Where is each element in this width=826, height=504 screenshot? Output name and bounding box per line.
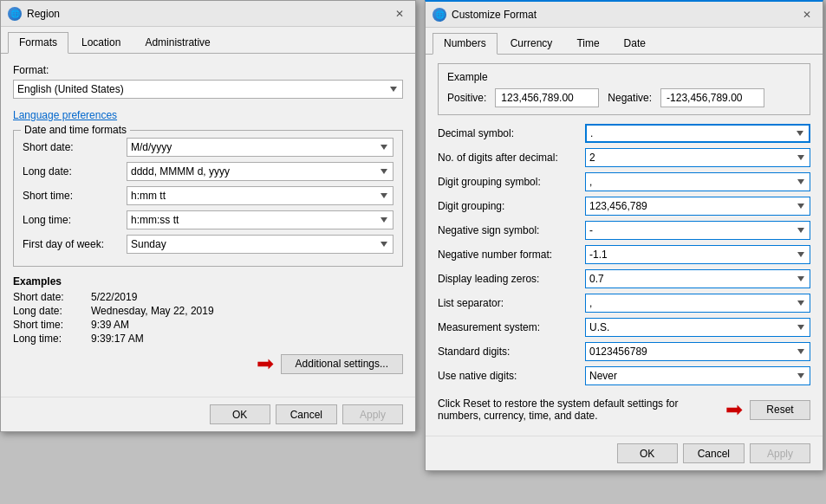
titlebar-left: 🌐 Region [8,7,60,21]
reset-section: Click Reset to restore the system defaul… [438,391,810,427]
region-title-icon: 🌐 [8,7,22,21]
example-short-date-label: Short date: [13,291,91,303]
example-short-time-label: Short time: [13,319,91,331]
customize-title: Customize Format [452,9,537,21]
setting-select-1[interactable]: 2 [585,148,810,167]
tab-administrative[interactable]: Administrative [133,32,221,53]
customize-titlebar-left: 🌐 Customize Format [433,8,537,22]
short-date-label: Short date: [23,141,127,153]
region-tabs-bar: Formats Location Administrative [1,27,415,54]
format-field-group: Format: English (United States) [13,64,403,99]
reset-arrow-icon: ➡ [725,397,743,422]
example-long-time: Long time: 9:39:17 AM [13,333,403,345]
short-date-row: Short date: M/d/yyyy [23,138,393,157]
customize-content: Example Positive: 123,456,789.00 Negativ… [426,55,823,436]
example-long-date-label: Long date: [13,305,91,317]
short-date-select[interactable]: M/d/yyyy [127,138,393,157]
format-label: Format: [13,64,403,76]
region-titlebar: 🌐 Region ✕ [1,1,415,27]
additional-settings-button[interactable]: Additional settings... [281,354,403,374]
tab-numbers[interactable]: Numbers [433,33,498,55]
setting-label-5: Negative number format: [438,249,585,261]
customize-close-button[interactable]: ✕ [798,6,816,23]
long-date-label: Long date: [23,165,127,178]
setting-row-3: Digit grouping:123,456,789 [438,197,810,216]
datetime-group-title: Date and time formats [21,124,130,136]
region-ok-button[interactable]: OK [210,404,270,424]
setting-label-1: No. of digits after decimal: [438,152,585,164]
reset-description: Click Reset to restore the system defaul… [438,397,719,422]
tab-formats[interactable]: Formats [8,32,68,54]
setting-label-10: Use native digits: [438,370,585,382]
example-short-date: Short date: 5/22/2019 [13,291,403,303]
customize-dialog-buttons: OK Cancel Apply [426,436,823,470]
additional-settings-arrow-icon: ➡ [257,352,274,376]
example-long-date-value: Wednesday, May 22, 2019 [91,305,214,317]
setting-row-4: Negative sign symbol:- [438,221,810,240]
negative-value: -123,456,789.00 [660,88,764,107]
setting-label-9: Standard digits: [438,346,585,358]
setting-select-4[interactable]: - [585,221,810,240]
setting-label-4: Negative sign symbol: [438,224,585,236]
tab-location[interactable]: Location [70,32,132,53]
setting-row-0: Decimal symbol:. [438,124,810,143]
setting-select-0[interactable]: . [585,124,810,143]
setting-select-10[interactable]: Never [585,366,810,385]
long-time-row: Long time: h:mm:ss tt [23,210,393,229]
setting-row-2: Digit grouping symbol:, [438,172,810,191]
setting-select-2[interactable]: , [585,172,810,191]
datetime-group-box: Date and time formats Short date: M/d/yy… [13,130,403,267]
short-time-label: Short time: [23,190,127,202]
customize-format-dialog: 🌐 Customize Format ✕ Numbers Currency Ti… [425,0,823,471]
short-time-select[interactable]: h:mm tt [127,186,393,205]
region-close-button[interactable]: ✕ [391,5,408,23]
setting-row-7: List separator:, [438,294,810,313]
reset-button[interactable]: Reset [750,400,810,420]
tab-date[interactable]: Date [613,33,657,54]
first-day-label: First day of week: [23,238,127,250]
region-dialog: 🌐 Region ✕ Formats Location Administrati… [0,0,416,432]
setting-select-7[interactable]: , [585,294,810,313]
setting-select-8[interactable]: U.S. [585,318,810,337]
example-box: Example Positive: 123,456,789.00 Negativ… [438,63,810,115]
customize-cancel-button[interactable]: Cancel [683,443,745,463]
example-short-time: Short time: 9:39 AM [13,319,403,331]
setting-select-3[interactable]: 123,456,789 [585,197,810,216]
long-date-select[interactable]: dddd, MMMM d, yyyy [127,162,393,181]
region-cancel-button[interactable]: Cancel [276,404,337,424]
setting-label-3: Digit grouping: [438,200,585,212]
short-time-row: Short time: h:mm tt [23,186,393,205]
setting-select-6[interactable]: 0.7 [585,269,810,288]
setting-row-9: Standard digits:0123456789 [438,342,810,361]
setting-row-10: Use native digits:Never [438,366,810,385]
setting-label-2: Digit grouping symbol: [438,176,585,188]
example-box-title: Example [447,71,801,83]
example-short-time-value: 9:39 AM [91,319,129,331]
customize-title-icon: 🌐 [433,8,446,22]
setting-label-6: Display leading zeros: [438,273,585,285]
first-day-select[interactable]: Sunday [127,235,393,254]
tab-time[interactable]: Time [565,33,610,54]
format-select[interactable]: English (United States) [13,80,403,99]
long-time-select[interactable]: h:mm:ss tt [127,210,393,229]
example-long-date: Long date: Wednesday, May 22, 2019 [13,305,403,317]
setting-row-1: No. of digits after decimal:2 [438,148,810,167]
examples-section: Examples Short date: 5/22/2019 Long date… [13,275,403,345]
region-title: Region [27,8,60,20]
setting-row-6: Display leading zeros:0.7 [438,269,810,288]
tab-currency[interactable]: Currency [499,33,564,54]
language-preferences-link[interactable]: Language preferences [13,109,117,121]
region-apply-button[interactable]: Apply [342,404,403,424]
customize-ok-button[interactable]: OK [617,443,678,463]
setting-select-9[interactable]: 0123456789 [585,342,810,361]
setting-row-8: Measurement system:U.S. [438,318,810,337]
setting-select-5[interactable]: -1.1 [585,245,810,264]
example-values-row: Positive: 123,456,789.00 Negative: -123,… [447,88,801,107]
long-time-label: Long time: [23,214,127,226]
first-day-row: First day of week: Sunday [23,235,393,254]
customize-tabs-bar: Numbers Currency Time Date [426,28,823,55]
examples-title: Examples [13,275,403,288]
customize-apply-button[interactable]: Apply [750,443,810,463]
additional-settings-row: ➡ Additional settings... [13,352,403,376]
setting-label-0: Decimal symbol: [438,127,585,139]
